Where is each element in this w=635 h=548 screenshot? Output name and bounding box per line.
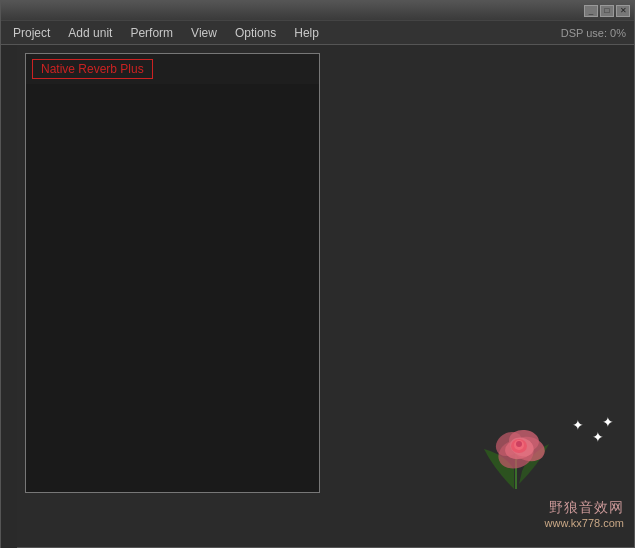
rose-decoration: ✦ ✦ ✦ [464,409,624,529]
plugin-panel: Native Reverb Plus [25,53,320,493]
window-controls: _ □ ✕ [584,5,630,17]
dsp-usage: DSP use: 0% [561,27,630,39]
sparkle-2: ✦ [592,429,604,445]
menu-help[interactable]: Help [286,24,327,42]
rose-icon [464,399,584,499]
plugin-header: Native Reverb Plus [26,54,319,84]
menu-project[interactable]: Project [5,24,58,42]
menu-bar: Project Add unit Perform View Options He… [1,21,634,45]
watermark-url: www.kx778.com [545,517,624,529]
menu-options[interactable]: Options [227,24,284,42]
watermark-area: ✦ ✦ ✦ [464,409,624,529]
maximize-button[interactable]: □ [600,5,614,17]
menu-perform[interactable]: Perform [122,24,181,42]
menu-add-unit[interactable]: Add unit [60,24,120,42]
main-content: Native Reverb Plus ✦ ✦ ✦ [1,45,634,548]
minimize-button[interactable]: _ [584,5,598,17]
watermark-chinese: 野狼音效网 [545,499,624,517]
plugin-body [26,84,319,492]
main-window: _ □ ✕ Project Add unit Perform View Opti… [0,0,635,548]
menu-view[interactable]: View [183,24,225,42]
sparkle-3: ✦ [602,414,614,430]
title-bar: _ □ ✕ [1,1,634,21]
plugin-title[interactable]: Native Reverb Plus [32,59,153,79]
svg-point-9 [516,441,522,447]
close-button[interactable]: ✕ [616,5,630,17]
left-sidebar [1,45,17,548]
watermark-text: 野狼音效网 www.kx778.com [545,499,624,529]
